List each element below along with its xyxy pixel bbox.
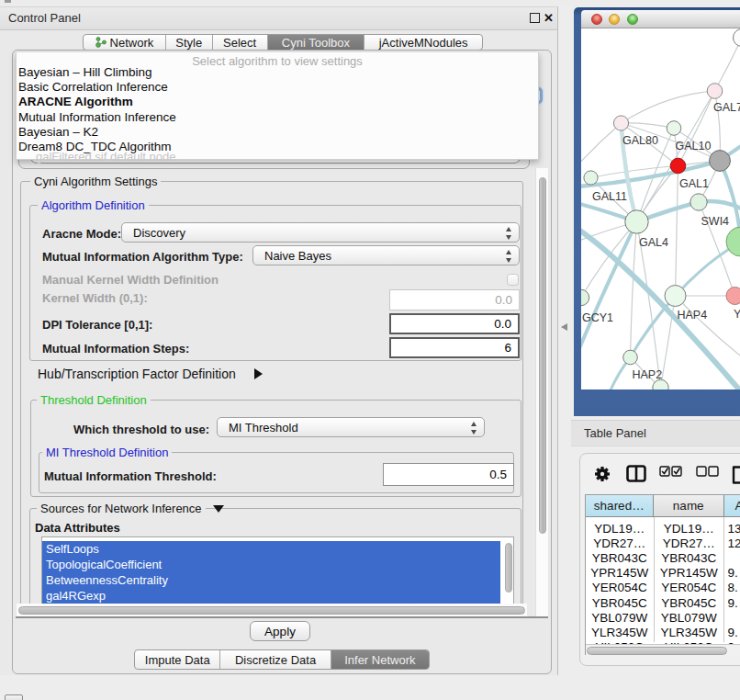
network-node-label: GAL7 [713, 101, 740, 114]
table-cell: 9. [724, 595, 740, 610]
aracne-mode-combo[interactable]: Discovery [121, 222, 520, 243]
network-edge[interactable] [581, 222, 637, 299]
close-traffic-light[interactable] [591, 14, 602, 25]
network-node-GAL7[interactable] [707, 84, 723, 99]
network-node-right-green[interactable] [726, 227, 740, 256]
network-node-HAP2[interactable] [623, 350, 638, 365]
table-cell: YBL079W [654, 610, 724, 625]
tab-cyni[interactable]: Cyni Toolbox [268, 35, 365, 50]
network-node-label: GAL11 [592, 190, 627, 203]
screen: { "control_panel": { "title": "Control P… [0, 0, 740, 700]
table-cell: 12 [724, 536, 740, 551]
network-node-label: SWI4 [701, 215, 730, 228]
table-hscrollbar-track[interactable] [586, 644, 740, 655]
aracne-mode-value: Discovery [133, 226, 185, 240]
network-node-GAL80[interactable] [613, 116, 628, 130]
table-row[interactable]: YER054CYER054C8. [586, 581, 740, 595]
algorithm-popup-item[interactable]: ARACNE Algorithm [17, 95, 538, 109]
bottom-tab-discretize[interactable]: Discretize Data [220, 650, 331, 669]
network-node-node-top[interactable] [734, 29, 740, 47]
network-node-GCY1[interactable] [581, 289, 589, 305]
manual-kernel-checkbox[interactable] [507, 274, 519, 286]
network-edge-highlighted[interactable] [581, 222, 637, 358]
close-icon[interactable]: ✕ [544, 11, 554, 25]
combo-arrows-icon [506, 249, 512, 264]
network-window-titlebar [581, 10, 740, 29]
algorithm-popup-item[interactable]: Bayesian – K2 [17, 125, 538, 140]
mi-type-value: Naive Bayes [264, 249, 331, 263]
table-hscrollbar-thumb[interactable] [587, 647, 728, 656]
network-node-label: HAP4 [678, 309, 708, 322]
mi-threshold-field[interactable]: 0.5 [383, 463, 514, 486]
network-node-label: GAL10 [676, 140, 712, 152]
tab-jactive[interactable]: jActiveMNodules [364, 35, 482, 50]
scroll-area-bottom-border [16, 616, 548, 618]
attribute-list-item[interactable]: gal4RGexp [42, 588, 500, 604]
minimize-traffic-light[interactable] [609, 14, 620, 25]
network-node-HAP4[interactable] [665, 286, 686, 307]
dpi-tolerance-field[interactable]: 0.0 [389, 313, 520, 334]
zoom-traffic-light[interactable] [627, 14, 638, 25]
data-attributes-list[interactable]: SelfLoopsTopologicalCoefficientBetweenne… [41, 536, 514, 604]
tab-style[interactable]: Style [166, 35, 213, 50]
tab-network[interactable]: Network [84, 35, 166, 50]
network-node-GAL10n[interactable] [667, 121, 681, 136]
mi-steps-field[interactable]: 6 [389, 337, 520, 358]
attribute-list-item[interactable]: TopologicalCoefficient [42, 557, 500, 572]
collapse-down-icon[interactable] [213, 505, 224, 513]
bottom-left-mini-button[interactable] [5, 694, 23, 700]
data-table-value: galFiltered.sif default node [36, 150, 175, 164]
network-node-GAL11[interactable] [584, 171, 598, 185]
table-row[interactable]: YBL079WYBL079W [586, 610, 740, 625]
network-edge[interactable] [622, 91, 715, 123]
network-node-GAL1[interactable] [670, 158, 686, 174]
settings-vscrollbar-thumb[interactable] [539, 177, 547, 534]
table-cell: YPR145W [586, 566, 655, 581]
table-column-header[interactable]: A [724, 495, 740, 516]
attribute-list-item[interactable]: BetweennessCentrality [42, 572, 500, 588]
which-threshold-combo[interactable]: MI Threshold [217, 417, 485, 437]
network-edge[interactable] [581, 123, 622, 166]
network-node-gray-node[interactable] [710, 151, 731, 172]
table-row[interactable]: YBR045CYBR045C9. [586, 595, 740, 610]
expand-right-icon[interactable] [254, 368, 263, 379]
attribute-list-item[interactable]: SelfLoops [42, 541, 500, 557]
network-node-pink-right[interactable] [726, 288, 740, 305]
list-scrollbar-thumb[interactable] [505, 543, 512, 593]
settings-canvas: Cyni Algorithm Settings Algorithm Defini… [16, 168, 526, 604]
table-row[interactable]: YBR043CYBR043C [586, 551, 740, 566]
network-node-SWI4[interactable] [690, 194, 707, 210]
mi-type-combo[interactable]: Naive Bayes [252, 245, 520, 265]
network-canvas[interactable]: GAL7GAL80GAL10GAL1GAL11SWI4GAL4GCY1HAP4Y… [581, 28, 740, 390]
table-row[interactable]: YLR345WYLR345W9. [586, 625, 740, 639]
table-row[interactable]: YDR27…YDR27…12 [586, 536, 740, 551]
table-column-header[interactable]: shared… [586, 495, 655, 516]
bottom-tab-impute[interactable]: Impute Data [135, 650, 220, 669]
network-edge-highlighted[interactable] [581, 229, 739, 390]
table-header-row: shared…nameA [586, 495, 740, 517]
split-divider-collapse-icon[interactable] [561, 323, 567, 331]
kernel-width-field[interactable]: 0.0 [389, 289, 520, 310]
float-window-icon[interactable] [530, 13, 540, 23]
algorithm-popup-item[interactable]: Basic Correlation Inference [17, 80, 538, 95]
table-row[interactable]: YPR145WYPR145W9. [586, 566, 740, 581]
table-row[interactable]: YDL19…YDL19…13 [586, 522, 740, 536]
table-cell: YDL19… [654, 522, 724, 536]
algorithm-popup-item[interactable]: Mutual Information Inference [17, 110, 538, 125]
network-view-window: GAL7GAL80GAL10GAL1GAL11SWI4GAL4GCY1HAP4Y… [574, 7, 740, 416]
settings-hscrollbar-thumb[interactable] [18, 606, 525, 615]
tab-select[interactable]: Select [213, 35, 268, 50]
network-edge[interactable] [715, 38, 740, 91]
hub-definition-header[interactable]: Hub/Transcription Factor Definition [38, 367, 236, 381]
cyni-settings-group-title: Cyni Algorithm Settings [30, 175, 161, 187]
table-cell: YBL079W [586, 610, 655, 625]
apply-button[interactable]: Apply [250, 621, 310, 641]
table-column-header[interactable]: name [654, 495, 724, 516]
table-grid-line [723, 517, 724, 642]
algorithm-popup-header: Select algorithm to view settings [17, 52, 538, 65]
bottom-tab-infer[interactable]: Infer Network [331, 650, 429, 669]
network-edge[interactable] [678, 91, 715, 166]
network-edge[interactable] [631, 222, 637, 358]
network-edge[interactable] [676, 166, 678, 297]
network-node-GAL4[interactable] [625, 210, 648, 233]
